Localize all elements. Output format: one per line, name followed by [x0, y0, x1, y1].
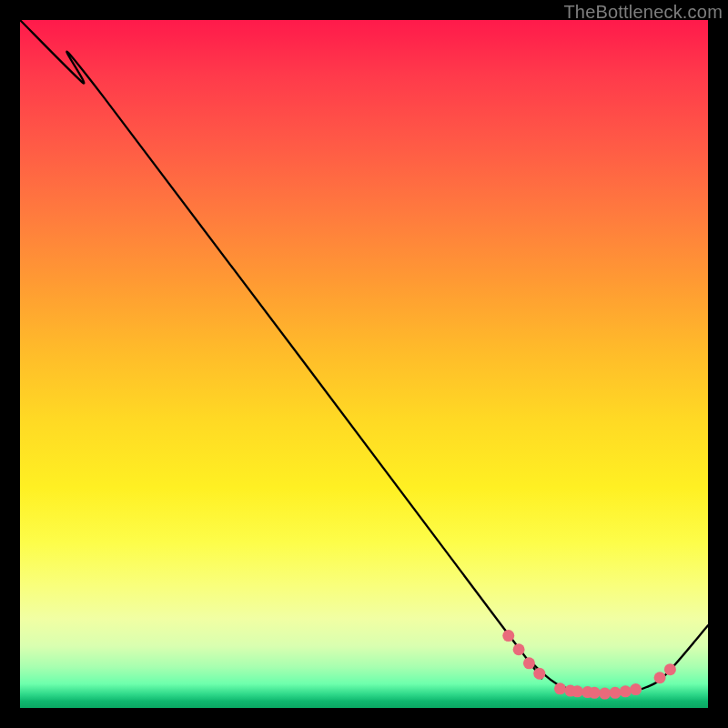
chart-stage: TheBottleneck.com — [0, 0, 728, 728]
data-point-marker — [620, 685, 632, 697]
data-point-marker — [599, 688, 611, 700]
data-point-marker — [589, 687, 601, 699]
data-point-marker — [571, 685, 583, 697]
chart-plot-area — [20, 20, 708, 708]
data-point-marker — [533, 668, 545, 680]
data-point-marker — [554, 682, 566, 694]
data-point-marker — [609, 687, 621, 699]
data-point-marker — [654, 672, 666, 683]
data-point-marker — [523, 657, 535, 669]
watermark-text: TheBottleneck.com — [563, 2, 723, 23]
data-point-marker — [664, 663, 676, 675]
data-point-marker — [630, 683, 642, 695]
data-markers — [502, 630, 676, 700]
chart-svg — [20, 20, 708, 708]
bottleneck-curve — [20, 20, 708, 693]
data-point-marker — [502, 630, 514, 642]
data-point-marker — [513, 643, 525, 655]
